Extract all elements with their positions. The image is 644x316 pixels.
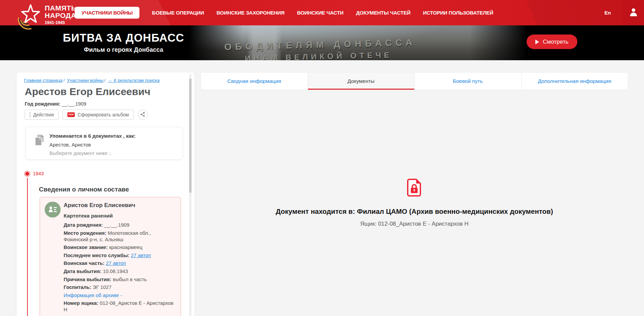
- personnel-record-icon: [45, 202, 61, 219]
- tab-combat-path[interactable]: Боевой путь: [415, 73, 521, 90]
- record-card[interactable]: Аристов Егор Елисеевич Картотека ранений…: [40, 197, 181, 316]
- unit-link[interactable]: 27 автоп: [131, 253, 151, 258]
- field-box-number: Номер ящика: 012-08_Аристов Е - Аристарх…: [64, 300, 176, 313]
- person-panel: Главная страница/ Участники войны/ ← К р…: [17, 72, 195, 316]
- nav-item-unit-documents[interactable]: ДОКУМЕНТЫ ЧАСТЕЙ: [356, 10, 410, 16]
- nav-item-participants[interactable]: УЧАСТНИКИ ВОЙНЫ: [75, 7, 139, 19]
- share-button[interactable]: [138, 110, 148, 120]
- nav-item-user-stories[interactable]: ИСТОРИИ ПОЛЬЗОВАТЕЛЕЙ: [423, 10, 493, 16]
- field-archive-info: Информация об архиве -: [64, 292, 176, 299]
- watch-button[interactable]: Смотреть: [527, 35, 577, 49]
- kebab-menu-icon: [29, 112, 30, 117]
- monument-photo: ОБОДИТЕЛЯМ ДОНБАССА ИНАМ ВЕЛИКОЙ ОТЕЧЕ: [189, 25, 527, 60]
- film-promo-banner: ОБОДИТЕЛЯМ ДОНБАССА ИНАМ ВЕЛИКОЙ ОТЕЧЕ Б…: [0, 25, 644, 60]
- document-box-text: Ящик: 012-08_Аристов Е - Аристархов Н: [201, 221, 628, 227]
- logo-line1: ПАМЯТЬ: [45, 4, 76, 12]
- banner-subtitle: Фильм о героях Донбасса: [41, 46, 206, 53]
- field-last-service-place: Последнее место службы: 27 автоп: [64, 252, 176, 259]
- timeline-line: [27, 178, 28, 316]
- banner-titles: БИТВА ЗА ДОНБАСС Фильм о героях Донбасса: [41, 31, 206, 53]
- mentions-names: Арестов, Аристов: [49, 142, 176, 148]
- banner-title: БИТВА ЗА ДОНБАСС: [41, 31, 206, 44]
- birth-year-line: Год рождения: __.__.1909: [25, 101, 86, 107]
- breadcrumb-back-to-results-link[interactable]: ← К результатам поиска: [108, 78, 160, 83]
- section-title: Сведения о личном составе: [39, 186, 129, 193]
- action-buttons-row: Действия PDF Сформировать альбом: [25, 110, 148, 120]
- tab-additional-info[interactable]: Дополнительная информация: [521, 73, 628, 90]
- nav-item-burials[interactable]: ВОИНСКИЕ ЗАХОРОНЕНИЯ: [217, 10, 285, 16]
- user-icon: [629, 7, 638, 18]
- page: УЧАСТНИКИ ВОЙНЫ БОЕВЫЕ ОПЕРАЦИИ ВОИНСКИЕ…: [0, 0, 644, 316]
- logo-line2: НАРОДА: [45, 12, 76, 19]
- main-menu: УЧАСТНИКИ ВОЙНЫ БОЕВЫЕ ОПЕРАЦИИ ВОИНСКИЕ…: [75, 0, 493, 25]
- document-location-text: Документ находится в: Филиал ЦАМО (Архив…: [201, 207, 628, 216]
- nav-item-operations[interactable]: БОЕВЫЕ ОПЕРАЦИИ: [152, 10, 204, 16]
- play-icon: [535, 40, 539, 44]
- pdf-icon: PDF: [67, 112, 75, 117]
- site-logo-star-icon[interactable]: [14, 1, 44, 30]
- timeline-year: 1943: [33, 171, 44, 176]
- documents-icon: [33, 134, 45, 148]
- record-doc-type: Картотека ранений: [64, 213, 176, 219]
- logo-years: 1941-1945: [45, 20, 76, 25]
- birth-year-value: __.__.1909: [62, 101, 86, 107]
- field-rank: Воинское звание: красноармеец: [64, 244, 176, 251]
- breadcrumb-participants-link[interactable]: Участники войны: [67, 78, 103, 83]
- field-departure-date: Дата выбытия: 10.08.1943: [64, 268, 176, 275]
- breadcrumb-separator: /: [63, 78, 65, 83]
- detail-tabs: Сводная информация Документы Боевой путь…: [201, 73, 628, 90]
- top-navbar: УЧАСТНИКИ ВОЙНЫ БОЕВЫЕ ОПЕРАЦИИ ВОИНСКИЕ…: [0, 0, 644, 25]
- scrollbar-thumb[interactable]: [189, 78, 192, 193]
- actions-button[interactable]: Действия: [25, 110, 59, 120]
- field-military-unit: Воинская часть: 27 автоп: [64, 260, 176, 267]
- tab-summary[interactable]: Сводная информация: [201, 73, 308, 90]
- record-fields: Дата рождения: __.__.1909 Место рождения…: [64, 222, 176, 313]
- create-album-button[interactable]: PDF Сформировать альбом: [63, 110, 133, 120]
- monument-inscription: ОБОДИТЕЛЯМ ДОНБАССА ИНАМ ВЕЛИКОЙ ОТЕЧЕ: [224, 37, 416, 60]
- field-birth-place: Место рождения: Молотовская обл., Фокинс…: [64, 230, 176, 243]
- tab-documents[interactable]: Документы: [308, 73, 415, 90]
- record-person-name: Аристов Егор Елисеевич: [64, 202, 176, 209]
- field-hospital: Госпиталь: ЭГ 1027: [64, 284, 176, 291]
- page-title: Арестов Егор Елисеевич: [25, 86, 150, 97]
- mentions-card: Упоминается в 6 документах , как: Аресто…: [25, 127, 183, 160]
- locked-document-icon: [406, 178, 422, 198]
- field-departure-reason: Причина выбытия: выбыл в часть: [64, 276, 176, 283]
- breadcrumb: Главная страница/ Участники войны/ ← К р…: [24, 78, 159, 83]
- breadcrumb-home-link[interactable]: Главная страница: [24, 78, 62, 83]
- unit-link[interactable]: 27 автоп: [106, 261, 126, 266]
- nav-item-units[interactable]: ВОИНСКИЕ ЧАСТИ: [297, 10, 343, 16]
- site-logo-text[interactable]: ПАМЯТЬ НАРОДА 1941-1945: [45, 4, 76, 25]
- archive-info-link[interactable]: Информация об архиве -: [64, 293, 122, 298]
- mentions-hint: Выберите документ ниже ↓: [49, 151, 176, 156]
- mentions-title: Упоминается в 6 документах , как:: [49, 133, 176, 139]
- account-button[interactable]: [623, 0, 644, 25]
- timeline-dot: [25, 172, 29, 176]
- birth-year-label: Год рождения:: [25, 101, 60, 107]
- breadcrumb-separator: /: [104, 78, 106, 83]
- field-birth-date: Дата рождения: __.__.1909: [64, 222, 176, 228]
- share-icon: [140, 112, 145, 118]
- language-toggle[interactable]: En: [604, 0, 611, 25]
